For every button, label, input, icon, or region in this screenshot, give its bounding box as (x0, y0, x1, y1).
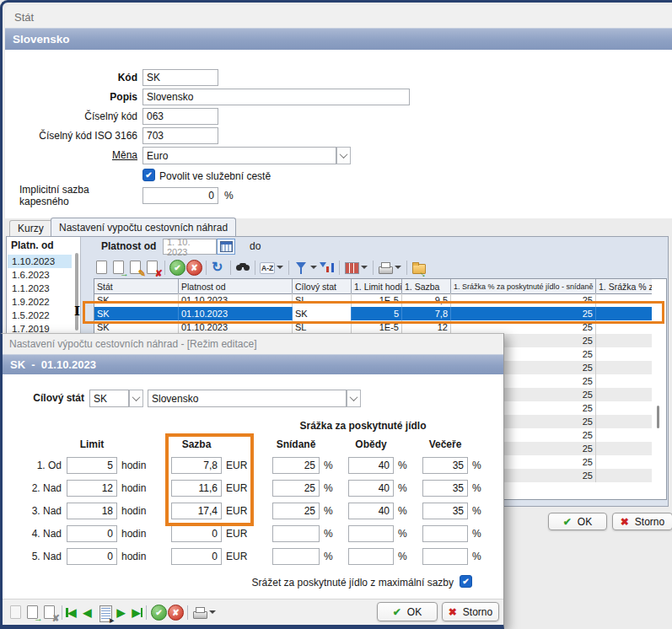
kapesne-field[interactable]: 0 (142, 187, 218, 204)
filter-button[interactable] (293, 259, 309, 276)
nav-prev-button[interactable]: ◀ (83, 604, 92, 621)
ciselny-kod-field[interactable]: 063 (142, 108, 218, 125)
obedy-field[interactable]: 40 (348, 503, 394, 519)
filter-dropdown-arrow[interactable] (310, 266, 317, 269)
print-button[interactable] (377, 259, 394, 276)
kod-label: Kód (19, 69, 137, 86)
vecere-field[interactable]: 35 (422, 480, 468, 497)
edit-document-button[interactable]: ✎ (127, 259, 144, 276)
snidane-field[interactable]: 25 (272, 503, 320, 519)
cilovy-stat-code-dropdown[interactable] (129, 390, 143, 407)
main-window-titlebar: Stát (5, 5, 672, 28)
obedy-field[interactable] (348, 525, 394, 542)
percent-label: % (324, 457, 339, 474)
obedy-field[interactable] (348, 548, 394, 565)
dialog-storno-button[interactable]: ✖ Storno (442, 602, 499, 621)
percent-label: % (398, 503, 413, 519)
column-header[interactable]: 1. Srážka % za poskytnuté jídlo - snídan… (451, 279, 596, 293)
obedy-field[interactable]: 40 (348, 457, 394, 474)
grid-scrollbar-thumb[interactable] (657, 406, 659, 428)
kod-field[interactable]: SK (142, 69, 218, 86)
cilovy-stat-code-select[interactable]: SK (89, 390, 129, 407)
calendar-button[interactable] (217, 239, 235, 255)
limit-field[interactable]: 0 (67, 548, 117, 565)
delete-document-button[interactable]: ✘ (41, 604, 58, 621)
confirm-button[interactable]: ✔ (169, 259, 185, 276)
column-header[interactable]: 1. Srážka % za pos (596, 279, 652, 293)
storno-button[interactable]: ✖ Storno (612, 513, 672, 530)
vecere-field[interactable] (422, 525, 468, 542)
tab-nastaveni-nahrad[interactable]: Nastavení vypočtu cestovních náhrad (51, 218, 236, 236)
confirm-button[interactable]: ✔ (150, 604, 167, 621)
columns-button[interactable] (343, 259, 360, 276)
snidane-field[interactable] (272, 525, 320, 542)
snidane-field[interactable]: 25 (272, 457, 320, 474)
limit-field[interactable]: 0 (67, 525, 117, 542)
vecere-field[interactable] (422, 548, 468, 565)
filter-chart-button[interactable] (319, 259, 336, 276)
print-button[interactable] (191, 604, 208, 621)
toolbar-separator (406, 261, 407, 275)
snidane-field[interactable]: 25 (272, 480, 320, 497)
search-button[interactable] (234, 259, 251, 276)
row-label: 2. Nad (3, 480, 62, 497)
cilovy-stat-name-select[interactable]: Slovensko (148, 390, 347, 407)
popis-field[interactable]: Slovensko (142, 89, 410, 105)
hodin-label: hodin (121, 480, 155, 497)
snidane-field[interactable] (272, 548, 320, 565)
limit-field[interactable]: 12 (67, 480, 117, 497)
cilovy-stat-name-dropdown[interactable] (347, 390, 361, 407)
print-dropdown-arrow[interactable] (395, 266, 401, 269)
refresh-button[interactable]: ↻ (210, 259, 227, 276)
copy-document-button[interactable]: → (110, 259, 127, 276)
validity-item[interactable]: 1.5.2022 (8, 309, 72, 322)
validity-item[interactable]: 1.10.2023 (8, 255, 72, 268)
ok-button[interactable]: ✔ OK (548, 513, 607, 530)
platnost-od-date-field[interactable]: 1. 10. 2023 (163, 239, 217, 255)
nav-last-button[interactable]: ▶ (132, 604, 143, 621)
column-header[interactable]: Cílový stat (293, 279, 352, 293)
cancel-button[interactable]: ✘ (185, 259, 202, 276)
new-document-icon (10, 605, 21, 619)
dialog-ok-button[interactable]: ✔ OK (377, 602, 438, 621)
tab-kurzy[interactable]: Kurzy (9, 220, 52, 236)
sazba-field[interactable]: 0 (171, 525, 222, 542)
vecere-field[interactable]: 35 (422, 457, 468, 474)
new-document-button[interactable] (8, 604, 24, 621)
new-document-button[interactable] (94, 259, 110, 276)
iso-kod-field[interactable]: 703 (142, 127, 218, 144)
export-button[interactable] (411, 259, 427, 276)
limit-field[interactable]: 5 (67, 457, 117, 474)
mena-label[interactable]: Měna (19, 147, 137, 164)
delete-document-button[interactable]: ✘ (144, 259, 161, 276)
mena-select[interactable]: Euro (142, 147, 336, 164)
cancel-button[interactable]: ✘ (167, 604, 184, 621)
sazba-field[interactable]: 0 (171, 548, 222, 565)
column-header[interactable]: Platnost od (179, 279, 293, 293)
povolit-checkbox[interactable] (142, 169, 155, 181)
validity-item[interactable]: 1.9.2022 (8, 295, 72, 309)
column-header[interactable]: 1. Sazba (402, 279, 451, 293)
srazet-checkbox[interactable] (460, 575, 472, 588)
validity-item[interactable]: 1.1.2023 (8, 282, 72, 295)
validity-item[interactable]: 1.6.2023 (8, 268, 72, 282)
columns-dropdown-arrow[interactable] (361, 266, 368, 269)
copy-document-button[interactable]: → (24, 604, 41, 621)
binoculars-icon (235, 263, 250, 271)
print-dropdown-arrow[interactable] (209, 610, 216, 614)
nav-next-button[interactable]: ▶ (117, 604, 126, 621)
sort-button[interactable] (259, 259, 276, 276)
mena-dropdown-button[interactable] (336, 147, 351, 164)
validity-scrollbar[interactable] (75, 253, 78, 331)
sort-dropdown-arrow[interactable] (277, 266, 283, 269)
nav-first-button[interactable]: ◀ (66, 604, 77, 621)
iso-kod-label: Číselný kód ISO 3166 (19, 127, 137, 144)
vecere-field[interactable]: 35 (422, 503, 468, 519)
column-header[interactable]: Stát (94, 279, 179, 293)
limit-field[interactable]: 18 (67, 503, 117, 519)
percent-label: % (324, 503, 339, 519)
record-list-button[interactable] (97, 604, 114, 621)
screen: Stát Slovensko Kód SK Popis Slovensko Čí… (0, 0, 672, 629)
column-header[interactable]: 1. Limit hodin (352, 279, 402, 293)
obedy-field[interactable]: 40 (348, 480, 394, 497)
